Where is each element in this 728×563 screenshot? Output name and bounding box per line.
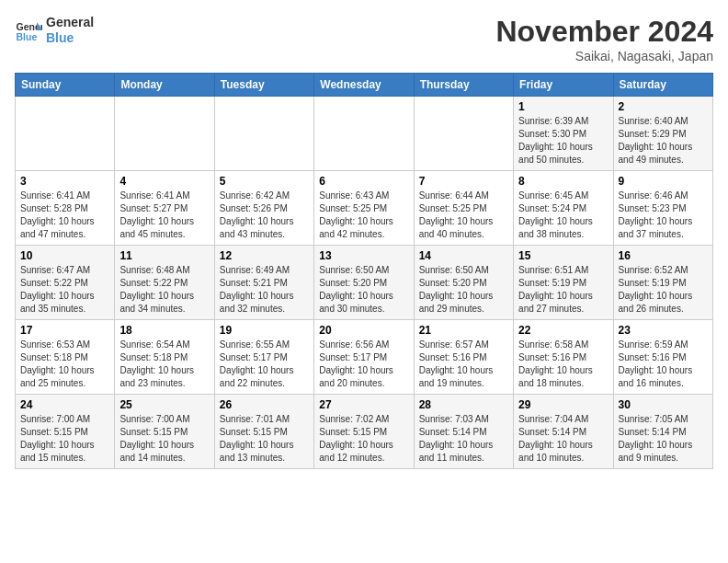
week-row-5: 24Sunrise: 7:00 AM Sunset: 5:15 PM Dayli…: [16, 395, 713, 469]
calendar-table: SundayMondayTuesdayWednesdayThursdayFrid…: [15, 73, 713, 469]
day-number: 8: [518, 175, 608, 188]
day-info: Sunrise: 7:01 AM Sunset: 5:15 PM Dayligh…: [220, 413, 309, 465]
day-info: Sunrise: 6:55 AM Sunset: 5:17 PM Dayligh…: [220, 339, 309, 390]
day-cell: 11Sunrise: 6:48 AM Sunset: 5:22 PM Dayli…: [115, 246, 214, 320]
day-info: Sunrise: 6:57 AM Sunset: 5:16 PM Dayligh…: [419, 339, 508, 390]
day-cell: 27Sunrise: 7:02 AM Sunset: 5:15 PM Dayli…: [314, 395, 414, 469]
day-cell: 12Sunrise: 6:49 AM Sunset: 5:21 PM Dayli…: [214, 246, 313, 320]
day-number: 28: [419, 398, 508, 411]
day-info: Sunrise: 6:41 AM Sunset: 5:28 PM Dayligh…: [20, 190, 109, 241]
day-number: 1: [518, 100, 608, 113]
header-day-sunday: Sunday: [16, 74, 115, 97]
day-cell: 24Sunrise: 7:00 AM Sunset: 5:15 PM Dayli…: [16, 395, 115, 469]
day-info: Sunrise: 6:49 AM Sunset: 5:21 PM Dayligh…: [220, 264, 309, 316]
day-info: Sunrise: 7:02 AM Sunset: 5:15 PM Dayligh…: [319, 413, 408, 465]
day-cell: 22Sunrise: 6:58 AM Sunset: 5:16 PM Dayli…: [514, 320, 613, 395]
day-number: 7: [419, 175, 508, 188]
day-info: Sunrise: 6:50 AM Sunset: 5:20 PM Dayligh…: [419, 264, 508, 316]
day-cell: 16Sunrise: 6:52 AM Sunset: 5:19 PM Dayli…: [613, 246, 712, 320]
day-number: 5: [220, 175, 309, 188]
day-number: 13: [319, 249, 408, 262]
week-row-1: 1Sunrise: 6:39 AM Sunset: 5:30 PM Daylig…: [16, 97, 713, 171]
day-info: Sunrise: 7:00 AM Sunset: 5:15 PM Dayligh…: [119, 413, 209, 465]
day-cell: [414, 97, 513, 171]
day-cell: 26Sunrise: 7:01 AM Sunset: 5:15 PM Dayli…: [214, 395, 313, 469]
header-row: SundayMondayTuesdayWednesdayThursdayFrid…: [16, 74, 713, 97]
day-cell: 15Sunrise: 6:51 AM Sunset: 5:19 PM Dayli…: [514, 246, 613, 320]
calendar-header: SundayMondayTuesdayWednesdayThursdayFrid…: [16, 74, 713, 97]
day-number: 6: [319, 175, 408, 188]
day-number: 16: [619, 249, 708, 262]
day-cell: 14Sunrise: 6:50 AM Sunset: 5:20 PM Dayli…: [414, 246, 513, 320]
day-cell: [314, 97, 414, 171]
page-header: General Blue General Blue November 2024 …: [15, 15, 713, 63]
day-info: Sunrise: 6:40 AM Sunset: 5:29 PM Dayligh…: [619, 115, 708, 167]
header-day-friday: Friday: [514, 74, 613, 97]
logo-line2: Blue: [46, 30, 94, 46]
logo-line1: General: [46, 15, 94, 30]
day-number: 30: [619, 398, 708, 411]
header-day-thursday: Thursday: [414, 74, 513, 97]
header-day-tuesday: Tuesday: [214, 74, 313, 97]
day-cell: 1Sunrise: 6:39 AM Sunset: 5:30 PM Daylig…: [514, 97, 613, 171]
day-info: Sunrise: 6:39 AM Sunset: 5:30 PM Dayligh…: [518, 115, 608, 167]
day-cell: 13Sunrise: 6:50 AM Sunset: 5:20 PM Dayli…: [314, 246, 414, 320]
calendar-body: 1Sunrise: 6:39 AM Sunset: 5:30 PM Daylig…: [16, 97, 713, 469]
day-info: Sunrise: 6:48 AM Sunset: 5:22 PM Dayligh…: [119, 264, 209, 316]
day-number: 4: [119, 175, 209, 188]
day-info: Sunrise: 6:43 AM Sunset: 5:25 PM Dayligh…: [319, 190, 408, 241]
day-info: Sunrise: 6:44 AM Sunset: 5:25 PM Dayligh…: [419, 190, 508, 241]
logo: General Blue General Blue: [15, 15, 94, 46]
day-info: Sunrise: 6:59 AM Sunset: 5:16 PM Dayligh…: [619, 339, 708, 390]
day-cell: 30Sunrise: 7:05 AM Sunset: 5:14 PM Dayli…: [613, 395, 712, 469]
day-number: 25: [119, 398, 209, 411]
day-info: Sunrise: 6:51 AM Sunset: 5:19 PM Dayligh…: [518, 264, 608, 316]
day-info: Sunrise: 6:47 AM Sunset: 5:22 PM Dayligh…: [20, 264, 109, 316]
day-info: Sunrise: 6:46 AM Sunset: 5:23 PM Dayligh…: [619, 190, 708, 241]
week-row-4: 17Sunrise: 6:53 AM Sunset: 5:18 PM Dayli…: [16, 320, 713, 395]
day-cell: [115, 97, 214, 171]
day-info: Sunrise: 6:50 AM Sunset: 5:20 PM Dayligh…: [319, 264, 408, 316]
day-cell: 17Sunrise: 6:53 AM Sunset: 5:18 PM Dayli…: [16, 320, 115, 395]
day-info: Sunrise: 7:05 AM Sunset: 5:14 PM Dayligh…: [619, 413, 708, 465]
day-number: 22: [518, 324, 608, 337]
day-number: 15: [518, 249, 608, 262]
day-info: Sunrise: 6:58 AM Sunset: 5:16 PM Dayligh…: [518, 339, 608, 390]
day-number: 26: [220, 398, 309, 411]
header-day-saturday: Saturday: [613, 74, 712, 97]
day-cell: 19Sunrise: 6:55 AM Sunset: 5:17 PM Dayli…: [214, 320, 313, 395]
day-number: 29: [518, 398, 608, 411]
day-cell: 18Sunrise: 6:54 AM Sunset: 5:18 PM Dayli…: [115, 320, 214, 395]
day-info: Sunrise: 7:04 AM Sunset: 5:14 PM Dayligh…: [518, 413, 608, 465]
day-number: 11: [119, 249, 209, 262]
day-number: 20: [319, 324, 408, 337]
day-number: 23: [619, 324, 708, 337]
header-day-wednesday: Wednesday: [314, 74, 414, 97]
day-number: 17: [20, 324, 109, 337]
day-cell: 23Sunrise: 6:59 AM Sunset: 5:16 PM Dayli…: [613, 320, 712, 395]
day-info: Sunrise: 6:41 AM Sunset: 5:27 PM Dayligh…: [119, 190, 209, 241]
day-number: 10: [20, 249, 109, 262]
day-cell: [16, 97, 115, 171]
day-cell: [214, 97, 313, 171]
day-number: 21: [419, 324, 508, 337]
day-cell: 6Sunrise: 6:43 AM Sunset: 5:25 PM Daylig…: [314, 171, 414, 246]
day-number: 9: [619, 175, 708, 188]
day-number: 3: [20, 175, 109, 188]
day-cell: 10Sunrise: 6:47 AM Sunset: 5:22 PM Dayli…: [16, 246, 115, 320]
day-info: Sunrise: 6:56 AM Sunset: 5:17 PM Dayligh…: [319, 339, 408, 390]
day-number: 19: [220, 324, 309, 337]
day-number: 27: [319, 398, 408, 411]
day-info: Sunrise: 6:52 AM Sunset: 5:19 PM Dayligh…: [619, 264, 708, 316]
day-cell: 25Sunrise: 7:00 AM Sunset: 5:15 PM Dayli…: [115, 395, 214, 469]
month-title: November 2024: [495, 15, 713, 49]
day-number: 14: [419, 249, 508, 262]
week-row-2: 3Sunrise: 6:41 AM Sunset: 5:28 PM Daylig…: [16, 171, 713, 246]
day-cell: 5Sunrise: 6:42 AM Sunset: 5:26 PM Daylig…: [214, 171, 313, 246]
title-block: November 2024 Saikai, Nagasaki, Japan: [495, 15, 713, 63]
day-info: Sunrise: 6:42 AM Sunset: 5:26 PM Dayligh…: [220, 190, 309, 241]
day-cell: 4Sunrise: 6:41 AM Sunset: 5:27 PM Daylig…: [115, 171, 214, 246]
day-cell: 21Sunrise: 6:57 AM Sunset: 5:16 PM Dayli…: [414, 320, 513, 395]
day-cell: 9Sunrise: 6:46 AM Sunset: 5:23 PM Daylig…: [613, 171, 712, 246]
day-cell: 20Sunrise: 6:56 AM Sunset: 5:17 PM Dayli…: [314, 320, 414, 395]
